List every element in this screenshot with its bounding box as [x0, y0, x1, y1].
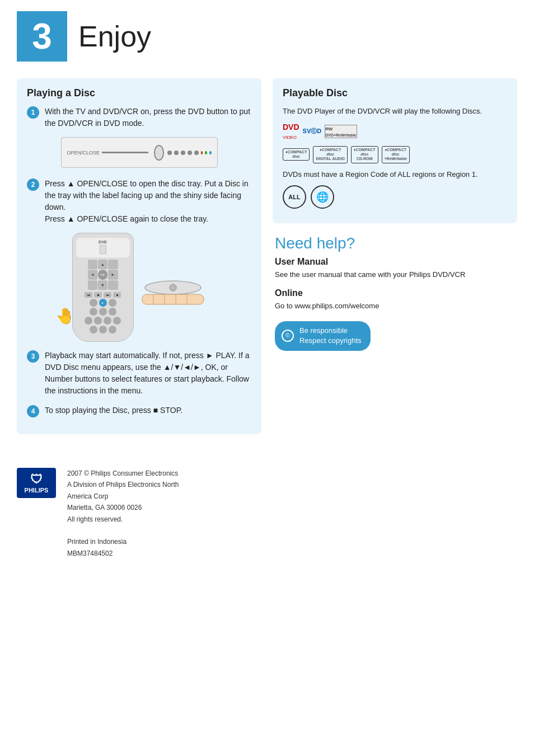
left-column: Playing a Disc 1 With the TV and DVD/VCR… — [17, 78, 261, 445]
page-header: 3 Enjoy — [17, 11, 517, 62]
dvd-slot — [102, 152, 148, 153]
remote-btn-play: ► — [99, 299, 107, 307]
region-text: DVDs must have a Region Code of ALL regi… — [283, 169, 507, 180]
step-1: 1 With the TV and DVD/VCR on, press the … — [27, 106, 251, 129]
remote-btn-16 — [109, 326, 116, 334]
remote-btn-8 — [99, 308, 107, 316]
user-manual-text: See the user manual that came with your … — [275, 269, 515, 280]
disc-type-icons: DVDVIDEO SVⓒD RWDVD+ReWritable — [283, 123, 507, 140]
region-icon-row: ALL 🌐 — [283, 185, 507, 209]
copyright-line2: A Division of Philips Electronics North — [67, 479, 179, 490]
dpad-up: ▲ — [98, 260, 107, 269]
disc-compact-icons: ♦COMPACTdisc ♦COMPACTdiscDIGITAL AUDIO ♦… — [283, 146, 507, 163]
playable-disc-title: Playable Disc — [283, 87, 507, 99]
dpad-right: ► — [108, 270, 118, 279]
cd-rom-logo: ♦COMPACTdiscCD-ROM — [351, 146, 378, 163]
remote-btn-10 — [85, 317, 92, 325]
dpad-left: ◄ — [88, 270, 97, 279]
step-1-number: 1 — [27, 106, 39, 119]
step-2-text: Press ▲ OPEN/CLOSE to open the disc tray… — [45, 178, 251, 225]
step-1-text: With the TV and DVD/VCR on, press the DV… — [45, 106, 251, 129]
dvdrw-logo: RWDVD+ReWritable — [325, 125, 357, 138]
cd-logo: ♦COMPACTdisc — [283, 148, 310, 161]
footer-text: 2007 © Philips Consumer Electronics A Di… — [67, 468, 179, 559]
dvd-led2 — [205, 151, 207, 154]
copyright-line4: Marietta, GA 30006 0026 — [67, 502, 179, 513]
dpad-empty-tr — [108, 260, 118, 269]
online-subtitle: Online — [275, 288, 515, 298]
svg-point-1 — [170, 284, 176, 291]
remote-btn-12 — [104, 317, 111, 325]
printed-line2: MBM37484502 — [67, 548, 179, 559]
remote-btn-1: ⏮ — [85, 292, 92, 298]
remote-btn-5 — [90, 299, 97, 307]
step-2-number: 2 — [27, 179, 39, 191]
remote-dpad: ▲ ◄ OK ► ▼ — [88, 260, 118, 290]
remote-btn-7 — [90, 308, 97, 316]
responsible-text: Be responsible Respect copyrights — [299, 326, 362, 346]
online-text: Go to www.philips.com/welcome — [275, 300, 515, 312]
remote-btn-14 — [90, 326, 97, 334]
region-all-icon: ALL — [283, 185, 306, 209]
step-3-number: 3 — [27, 350, 39, 363]
dpad-empty-br — [108, 280, 118, 290]
svcd-logo: SVⓒD — [303, 127, 322, 135]
responsible-line1: Be responsible — [299, 326, 348, 335]
need-help-title: Need help? — [275, 234, 515, 252]
dpad-empty-bl — [88, 280, 97, 290]
remote-btn-6 — [109, 299, 116, 307]
remote-row-5 — [76, 326, 130, 334]
dpad-ok: OK — [98, 270, 107, 279]
copyright-line1: 2007 © Philips Consumer Electronics — [67, 468, 179, 479]
main-content: Playing a Disc 1 With the TV and DVD/VCR… — [17, 78, 517, 445]
step-4: 4 To stop playing the Disc, press ■ STOP… — [27, 405, 251, 417]
philips-shield-icon: 🛡 — [22, 472, 50, 487]
disc-tray-illustration — [139, 233, 207, 342]
remote-btn-11 — [94, 317, 102, 325]
copyright-icon: © — [282, 330, 294, 342]
playing-disc-title: Playing a Disc — [27, 87, 251, 99]
cd-digital-logo: ♦COMPACTdiscDIGITAL AUDIO — [313, 146, 348, 163]
chapter-number: 3 — [17, 11, 67, 62]
step-4-text: To stop playing the Disc, press ■ STOP. — [45, 405, 251, 416]
dvd-led — [201, 151, 203, 154]
cd-rw-logo: ♦COMPACTdisc+ReWritable — [382, 146, 410, 163]
right-column: Playable Disc The DVD Player of the DVD/… — [273, 78, 517, 351]
philips-logo-text: PHILIPS — [25, 487, 49, 494]
remote-btn-15 — [99, 326, 107, 334]
page-title: Enjoy — [78, 20, 151, 53]
copyright-line3: America Corp — [67, 491, 179, 502]
dvd-device-illustration: OPEN/CLOSE — [61, 137, 218, 168]
dvd-buttons — [167, 151, 199, 155]
dvd-led3 — [209, 151, 212, 154]
footer: 🛡 PHILIPS 2007 © Philips Consumer Electr… — [17, 462, 517, 559]
dpad-down: ▼ — [98, 280, 107, 290]
remote-top-area: DVD — [76, 238, 130, 257]
remote-btn-4: ⏺ — [113, 292, 121, 298]
remote-row-1: ⏮ ⏹ ⏭ ⏺ — [76, 292, 130, 298]
philips-logo: 🛡 PHILIPS — [17, 468, 56, 498]
step-3: 3 Playback may start automatically. If n… — [27, 350, 251, 397]
remote-btn-2: ⏹ — [94, 292, 102, 298]
remote-illustration-container: 🤚 DVD ▲ ◄ OK ► — [27, 233, 251, 342]
dvd-power-button — [154, 145, 164, 161]
need-help-section: Need help? User Manual See the user manu… — [273, 234, 517, 350]
remote-control: DVD ▲ ◄ OK ► ▼ — [72, 233, 134, 342]
step-3-text: Playback may start automatically. If not… — [45, 350, 251, 397]
remote-btn-9 — [109, 308, 116, 316]
playing-disc-section: Playing a Disc 1 With the TV and DVD/VCR… — [17, 78, 261, 434]
svg-rect-2 — [142, 294, 204, 304]
region-globe-icon: 🌐 — [311, 185, 334, 209]
step-2: 2 Press ▲ OPEN/CLOSE to open the disc tr… — [27, 178, 251, 225]
disc-tray-svg — [139, 260, 207, 316]
remote-row-2: ► — [76, 299, 130, 307]
remote-row-4 — [76, 317, 130, 325]
printed-line1: Printed in Indonesia — [67, 536, 179, 547]
playable-disc-section: Playable Disc The DVD Player of the DVD/… — [273, 78, 517, 223]
copyright-line5: All rights reserved. — [67, 514, 179, 525]
dvd-logo: DVDVIDEO — [283, 123, 299, 140]
dpad-empty-tl — [88, 260, 97, 269]
responsible-line2: Respect copyrights — [299, 336, 362, 345]
responsible-box: © Be responsible Respect copyrights — [275, 321, 371, 350]
remote-btn-13 — [113, 317, 121, 325]
